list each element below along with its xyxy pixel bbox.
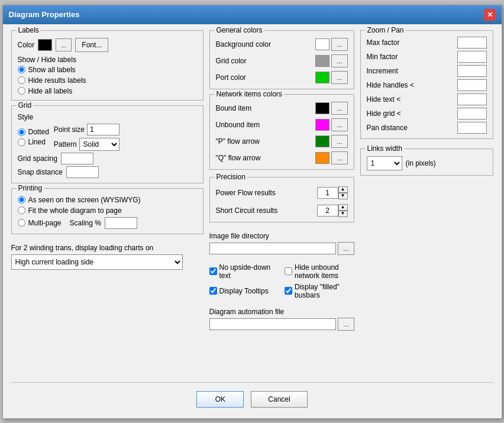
loading-section: For 2 winding trans, display loading cha… (11, 244, 203, 270)
power-flow-input[interactable]: 1 (317, 187, 338, 199)
ok-button[interactable]: OK (196, 391, 244, 408)
show-all-radio[interactable]: Show all labels (18, 66, 197, 74)
grid-options-col: Point size 1 Pattern Solid Dashed Dotted (54, 124, 119, 151)
unbound-color-btn[interactable]: ... (331, 118, 347, 131)
short-circuit-input[interactable]: 2 (317, 205, 338, 217)
radio-group: Show all labels Hide results labels Hide… (18, 66, 197, 95)
image-dir-browse-btn[interactable]: ... (338, 242, 354, 255)
short-circuit-down-btn[interactable]: ▼ (338, 211, 348, 217)
bg-color-btn[interactable]: ... (331, 38, 347, 51)
display-filled-check[interactable]: Display "filled" busbars (285, 283, 354, 299)
image-dir-input[interactable] (209, 243, 337, 254)
snap-distance-input[interactable]: 0.1 (66, 166, 99, 178)
q-flow-btn[interactable]: ... (331, 151, 347, 164)
dialog-body: Labels Color ... Font... Show / Hide lab… (3, 24, 502, 418)
hide-grid-row: Hide grid < 0.1 (367, 108, 487, 120)
bound-color-control: ... (315, 102, 347, 115)
port-color-btn[interactable]: ... (331, 71, 347, 84)
precision-content: Power Flow results 1 ▲ ▼ Short Circuit r… (216, 185, 348, 217)
p-flow-row: "P" flow arrow ... (216, 135, 348, 148)
general-colors-title: General colors (215, 26, 264, 34)
scaling-input[interactable]: 100 (105, 217, 137, 229)
hide-handles-input[interactable]: 0.2 (457, 79, 487, 91)
zoom-pan-group: Zoom / Pan Max factor 10 Min factor 0.01… (360, 30, 493, 139)
power-flow-down-btn[interactable]: ▼ (338, 193, 348, 199)
general-colors-content: Background color ... Grid color ... (216, 38, 348, 84)
power-flow-spin-buttons: ▲ ▼ (338, 186, 348, 199)
close-button[interactable]: ✕ (484, 9, 496, 21)
fit-whole-radio[interactable]: Fit the whole diagram to page (18, 206, 197, 215)
color-label: Color (18, 41, 35, 49)
q-flow-row: "Q" flow arrow ... (216, 151, 348, 164)
display-tooltips-check[interactable]: Display Tooltips (209, 283, 279, 299)
q-flow-control: ... (315, 151, 347, 164)
cancel-button[interactable]: Cancel (251, 391, 307, 408)
as-seen-radio[interactable]: As seen on the screen (WYSIWYG) (18, 196, 197, 204)
style-row: Dotted Lined Point size 1 (18, 124, 197, 151)
labels-title: Labels (17, 26, 41, 34)
style-label: Style (18, 113, 197, 121)
p-flow-swatch (315, 135, 329, 147)
max-factor-row: Max factor 10 (367, 37, 487, 49)
grid-spacing-input[interactable]: 0.2 (61, 153, 93, 164)
power-flow-up-btn[interactable]: ▲ (338, 186, 348, 193)
auto-file-browse-btn[interactable]: ... (338, 318, 354, 331)
footer-divider (11, 382, 493, 383)
links-width-title: Links width (366, 144, 404, 153)
label-color-browse-btn[interactable]: ... (56, 38, 72, 51)
q-flow-swatch (315, 152, 329, 164)
links-width-select[interactable]: 1 2 3 4 (367, 156, 402, 170)
min-factor-input[interactable]: 0.01 (457, 51, 487, 63)
max-factor-input[interactable]: 10 (457, 37, 487, 49)
multi-page-row: Multi-page Scaling % 100 (18, 217, 197, 229)
p-flow-btn[interactable]: ... (331, 135, 347, 148)
font-button[interactable]: Font... (75, 38, 108, 52)
grid-color-btn[interactable]: ... (331, 54, 347, 67)
links-width-unit: (in pixels) (406, 159, 436, 167)
hide-text-input[interactable]: 0.4 (457, 93, 487, 105)
power-flow-spinner: 1 ▲ ▼ (317, 186, 348, 199)
loading-select[interactable]: High current loading side Primary side S… (11, 254, 183, 270)
pattern-row: Pattern Solid Dashed Dotted (54, 138, 119, 151)
precision-group: Precision Power Flow results 1 ▲ ▼ (209, 177, 354, 222)
precision-title: Precision (215, 173, 247, 181)
hide-grid-input[interactable]: 0.1 (457, 108, 487, 120)
min-factor-row: Min factor 0.01 (367, 51, 487, 63)
auto-file-row: ... (209, 318, 354, 331)
footer: OK Cancel (11, 385, 493, 412)
unbound-color-control: ... (315, 118, 347, 131)
bg-color-swatch (315, 38, 329, 50)
dotted-radio[interactable]: Dotted (18, 128, 49, 136)
bg-color-control: ... (315, 38, 347, 51)
snap-distance-row: Snap distance 0.1 (18, 166, 197, 178)
short-circuit-up-btn[interactable]: ▲ (338, 204, 348, 211)
hide-unbound-check[interactable]: Hide unbound network items (285, 263, 354, 280)
point-size-input[interactable]: 1 (87, 124, 119, 135)
label-color-swatch (38, 39, 52, 51)
bg-color-row: Background color ... (216, 38, 348, 51)
hide-handles-row: Hide handles < 0.2 (367, 79, 487, 91)
title-bar: Diagram Properties ✕ (3, 5, 502, 24)
auto-file-section: Diagram automation file ... (209, 308, 354, 331)
hide-results-radio[interactable]: Hide results labels (18, 76, 197, 85)
short-circuit-spin-buttons: ▲ ▼ (338, 204, 348, 217)
no-upside-down-check[interactable]: No upside-down text (209, 263, 279, 280)
grid-color-swatch (315, 55, 329, 67)
hide-all-radio[interactable]: Hide all labels (18, 87, 197, 95)
auto-file-input[interactable] (209, 318, 337, 330)
grid-color-row: Grid color ... (216, 54, 348, 67)
bound-color-btn[interactable]: ... (331, 102, 347, 115)
increment-input[interactable]: 0.1 (457, 65, 487, 77)
lined-radio[interactable]: Lined (18, 138, 49, 146)
zoom-pan-title: Zoom / Pan (366, 26, 406, 34)
increment-row: Increment 0.1 (367, 65, 487, 77)
checkboxes-section: No upside-down text Hide unbound network… (209, 263, 354, 299)
dotted-lined-col: Dotted Lined (18, 128, 49, 146)
bound-color-swatch (315, 102, 329, 114)
point-size-row: Point size 1 (54, 124, 119, 135)
printing-radio-group: As seen on the screen (WYSIWYG) Fit the … (18, 196, 197, 229)
pattern-select[interactable]: Solid Dashed Dotted (79, 138, 119, 151)
multi-page-radio[interactable]: Multi-page (18, 219, 62, 227)
pan-distance-input[interactable]: 0.4 (457, 122, 487, 134)
short-circuit-spinner: 2 ▲ ▼ (317, 204, 348, 217)
